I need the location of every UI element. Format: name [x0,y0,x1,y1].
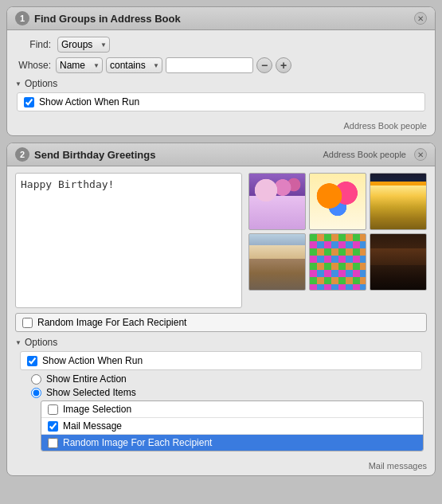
find-select[interactable]: Groups [57,37,110,53]
image-chocolate-cake[interactable] [370,233,427,291]
step-1-circle: 1 [15,11,29,25]
list-item-mail-message-label: Mail Message [63,420,122,432]
panel1-header: 1 Find Groups in Address Book ✕ [7,7,435,30]
panel2-options-section: ▼ Options Show Action When Run Show Enti… [15,337,427,451]
panel2-title: Send Birthday Greetings [34,149,155,161]
image-old-man[interactable] [248,233,306,291]
show-entire-radio[interactable] [31,374,41,385]
add-condition-button[interactable]: + [276,57,291,73]
image-quilt[interactable] [309,233,366,291]
show-entire-row: Show Entire Action [31,373,424,385]
whose-field1-select[interactable]: Name [56,57,103,73]
whose-label: Whose: [15,60,51,71]
panel1-footer: Address Book people [7,118,435,135]
panel2-show-action-label: Show Action When Run [42,355,143,366]
panel1-options-section: ▼ Options Show Action When Run [15,78,427,111]
list-item-mail-message-checkbox[interactable] [48,421,58,432]
panel1-close-button[interactable]: ✕ [414,12,427,25]
panel1-show-action-checkbox[interactable] [24,97,34,107]
panel2-options-label: Options [25,337,57,348]
show-selected-label: Show Selected Items [46,387,136,398]
panel2-options-triangle-icon: ▼ [15,339,22,346]
whose-text-input[interactable] [166,57,253,73]
list-item-random-image-checkbox[interactable] [48,438,58,448]
step-2-circle: 2 [15,147,29,162]
panel2-options-body: Show Action When Run Show Entire Action … [15,351,427,451]
whose-field2-select[interactable]: contains [106,57,162,73]
image-candles[interactable] [370,173,427,230]
panel1-header-left: 1 Find Groups in Address Book [15,11,181,25]
random-image-checkbox[interactable] [22,318,33,328]
whose-controls: Name ▼ contains ▼ − + [56,57,291,73]
list-item-image-selection-checkbox[interactable] [48,404,58,415]
list-item-mail-message[interactable]: Mail Message [41,418,423,435]
find-row: Find: Groups ▼ [15,37,427,53]
panel2-header: 2 Send Birthday Greetings Address Book p… [7,143,435,166]
image-birthday-cake[interactable] [248,173,306,230]
find-label: Find: [15,39,51,50]
birthday-content: Happy Birthday! [15,173,427,308]
panel2-footer: Mail messages [7,458,435,475]
whose-field2-wrapper: contains ▼ [106,57,162,73]
panel1-title: Find Groups in Address Book [34,13,181,25]
list-item-random-image[interactable]: Random Image For Each Recipient [41,435,423,451]
panel2-show-action-checkbox[interactable] [27,356,37,366]
show-selected-row: Show Selected Items [31,387,424,398]
panel1-show-action-label: Show Action When Run [39,96,139,107]
random-image-label: Random Image For Each Recipient [37,317,186,328]
panel2-close-button[interactable]: ✕ [414,148,427,161]
image-grid [248,173,427,308]
message-textarea[interactable]: Happy Birthday! [15,173,242,308]
panel2-show-action-row: Show Action When Run [20,351,422,370]
whose-field1-wrapper: Name ▼ [56,57,103,73]
list-item-image-selection-label: Image Selection [63,404,131,415]
show-selected-radio[interactable] [31,388,41,398]
list-item-image-selection[interactable]: Image Selection [41,401,423,418]
panel1-options-toggle[interactable]: ▼ Options [15,78,427,89]
selected-items-list: Image Selection Mail Message Random Imag… [41,400,424,451]
panel1-show-action-row: Show Action When Run [17,92,425,111]
panel1-body: Find: Groups ▼ Whose: Name ▼ con [7,30,435,118]
random-image-row: Random Image For Each Recipient [15,313,427,332]
panel2-footer-text: Mail messages [369,461,427,471]
list-item-random-image-label: Random Image For Each Recipient [63,437,212,448]
panel2-header-left: 2 Send Birthday Greetings [15,147,155,162]
panel-find-groups: 1 Find Groups in Address Book ✕ Find: Gr… [6,6,436,136]
panel2-subtitle: Address Book people [323,150,406,159]
panel-birthday-greetings: 2 Send Birthday Greetings Address Book p… [6,143,436,476]
panel1-footer-text: Address Book people [343,121,427,131]
panel1-options-label: Options [25,78,57,89]
panel2-body: Happy Birthday! Random Image For Each Re… [7,166,435,458]
remove-condition-button[interactable]: − [256,57,272,73]
panel2-options-toggle[interactable]: ▼ Options [15,337,427,348]
image-balloons[interactable] [309,173,366,230]
find-select-wrapper: Groups ▼ [57,37,110,53]
image-row-1 [248,173,427,230]
options-triangle-icon: ▼ [15,80,22,88]
show-entire-label: Show Entire Action [46,373,127,385]
image-row-2 [248,233,427,291]
whose-row: Whose: Name ▼ contains ▼ − + [15,57,427,73]
